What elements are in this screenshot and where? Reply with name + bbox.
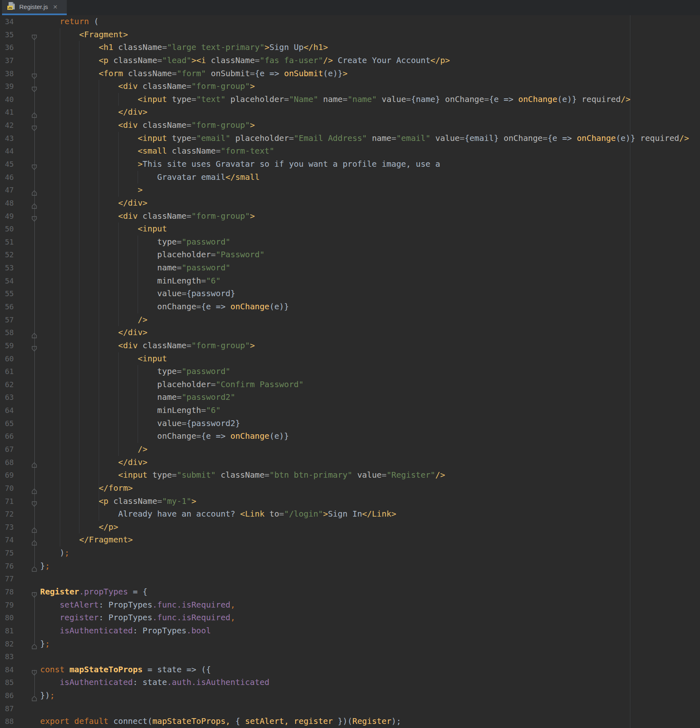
code-token: "text" — [196, 95, 225, 104]
line-number: 84 — [5, 663, 14, 676]
code-token: <p — [40, 56, 109, 65]
line-number: 64 — [5, 404, 14, 417]
line-number: 59 — [5, 339, 14, 352]
code-line: 73 </p> — [0, 521, 700, 534]
code-token: value — [40, 419, 181, 428]
code-text: export default connect(mapStateToProps, … — [40, 715, 401, 728]
code-text: onChange={e => onChange(e)} — [40, 430, 289, 443]
code-token: name — [318, 95, 343, 104]
code-token: = — [406, 95, 411, 104]
code-text: </div> — [40, 197, 147, 210]
code-token: </Fragment> — [40, 535, 133, 544]
code-text: return ( — [40, 15, 99, 28]
line-number: 46 — [5, 171, 14, 184]
code-text: >This site uses Gravatar so if you want … — [40, 158, 440, 171]
code-token: = — [216, 146, 221, 156]
code-token: = — [265, 470, 270, 480]
code-token: onSubmit — [284, 69, 323, 78]
code-token: required — [635, 134, 679, 143]
code-token: "email" — [196, 134, 230, 143]
line-number: 66 — [5, 430, 14, 443]
code-token: className — [109, 56, 157, 65]
code-token: className — [138, 341, 186, 350]
code-token: <div — [40, 211, 138, 221]
line-number: 75 — [5, 547, 14, 560]
tab-register-js[interactable]: JS Register.js ✕ — [2, 0, 67, 14]
code-token: <Fragment> — [40, 30, 128, 39]
line-number: 87 — [5, 702, 14, 715]
code-text: register: PropTypes.func.isRequired, — [40, 611, 235, 624]
code-token: <small — [40, 146, 167, 156]
code-token: placeholder — [231, 134, 289, 143]
svg-text:JS: JS — [8, 6, 12, 10]
code-token: (e)} — [270, 302, 289, 311]
code-line: 49 <div className="form-group"> — [0, 210, 700, 223]
code-token: .propTypes — [79, 587, 128, 596]
code-token: Gravatar email — [40, 172, 226, 182]
code-token: "btn btn-primary" — [270, 470, 352, 480]
line-number: 72 — [5, 508, 14, 521]
code-token: (e)} — [616, 134, 635, 143]
code-token: : state — [133, 678, 167, 687]
code-line: 81 isAuthenticated: PropTypes.bool — [0, 624, 700, 637]
code-token: {e => — [548, 134, 577, 143]
code-line: 34 return ( — [0, 15, 700, 28]
code-line: 35 <Fragment> — [0, 28, 700, 41]
code-token: </small — [226, 172, 260, 182]
code-line: 78Register.propTypes = { — [0, 585, 700, 599]
code-text: value={password} — [40, 287, 235, 300]
code-text: </Fragment> — [40, 533, 133, 547]
code-text: }; — [40, 560, 50, 573]
code-text: <div className="form-group"> — [40, 80, 255, 93]
code-token: = — [157, 56, 162, 65]
code-text: <Fragment> — [40, 28, 128, 41]
code-token: className — [138, 82, 186, 91]
code-line: 60 <input — [0, 352, 700, 365]
code-token: "fas fa-user" — [260, 56, 323, 65]
tab-close-icon[interactable]: ✕ — [53, 4, 58, 10]
code-line: 64 minLength="6" — [0, 404, 700, 417]
code-line: 51 type="password" — [0, 236, 700, 249]
code-token: .func.isRequired — [152, 613, 231, 622]
code-text: }); — [40, 689, 55, 702]
editor-tab-bar: JS Register.js ✕ — [0, 0, 700, 15]
code-token: connect( — [109, 717, 152, 726]
code-text: Already have an account? <Link to="/logi… — [40, 508, 396, 521]
code-text: Register.propTypes = { — [40, 585, 147, 599]
code-text: }; — [40, 637, 50, 651]
code-token: /> — [679, 134, 689, 143]
line-number: 38 — [5, 67, 14, 80]
line-number: 74 — [5, 533, 14, 547]
code-token: </div> — [40, 458, 147, 467]
code-token: </div> — [40, 107, 147, 117]
code-token: "name" — [347, 95, 376, 104]
code-line: 52 placeholder="Password" — [0, 248, 700, 261]
code-token: Already have an account? — [40, 509, 240, 519]
line-number: 68 — [5, 456, 14, 469]
code-token: , — [284, 717, 289, 726]
line-number: 85 — [5, 676, 14, 689]
line-number: 86 — [5, 689, 14, 702]
code-token: (e)} — [323, 69, 343, 78]
code-token: Sign In — [328, 509, 362, 519]
line-number: 43 — [5, 132, 14, 145]
code-token: = — [191, 95, 196, 104]
line-number: 58 — [5, 326, 14, 339]
code-token: value — [352, 470, 381, 480]
code-line: 70 </form> — [0, 482, 700, 495]
code-text: </div> — [40, 106, 147, 119]
code-token: = — [289, 134, 294, 143]
editor[interactable]: 34 return (35 <Fragment>36 <h1 className… — [0, 15, 700, 728]
code-line: 69 <input type="submit" className="btn b… — [0, 469, 700, 482]
code-token: = { — [128, 587, 147, 596]
code-token: onChange — [231, 431, 270, 441]
code-token: onChange — [40, 431, 196, 441]
code-token: {password} — [186, 289, 235, 298]
code-token: "password" — [181, 237, 230, 247]
code-token: This site uses Gravatar so if you want a… — [143, 159, 440, 169]
code-token: = — [196, 302, 201, 311]
code-token: </div> — [40, 198, 147, 208]
code-token: </form> — [40, 483, 133, 493]
code-token: = — [255, 56, 260, 65]
code-token: = — [191, 134, 196, 143]
